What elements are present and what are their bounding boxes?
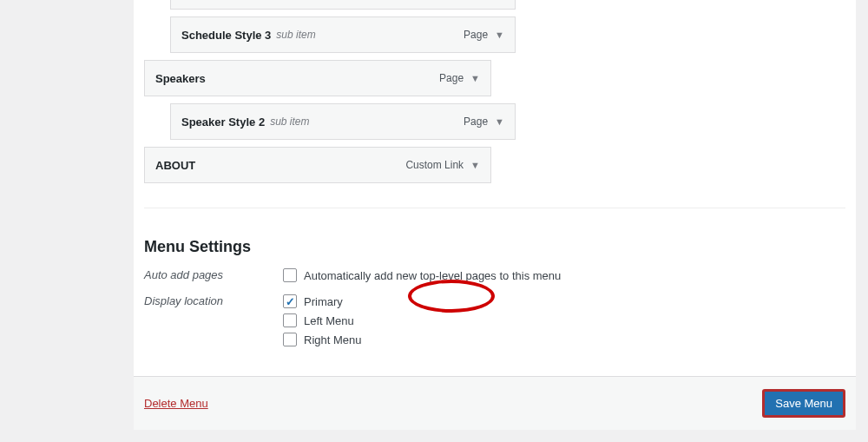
checkbox-icon[interactable] xyxy=(283,294,297,308)
caret-down-icon[interactable]: ▼ xyxy=(495,116,504,127)
menu-items-area: Schedule Style 3 sub item Page ▼ Speaker… xyxy=(134,0,856,222)
menu-item[interactable]: Speaker Style 2 sub item Page ▼ xyxy=(170,103,516,140)
menu-item-title: Schedule Style 3 xyxy=(181,29,271,42)
checkbox-label: Right Menu xyxy=(304,333,361,346)
menu-item-clipped[interactable] xyxy=(170,0,516,10)
menu-item[interactable]: Speakers Page ▼ xyxy=(144,60,491,96)
checkbox-left-menu[interactable]: Left Menu xyxy=(283,313,845,327)
menu-item-title: Speakers xyxy=(155,72,206,85)
menu-item-type: Page xyxy=(439,72,464,84)
setting-options: Automatically add new top-level pages to… xyxy=(283,268,845,287)
caret-down-icon[interactable]: ▼ xyxy=(495,30,504,40)
setting-row-display-location: Display location Primary Left Menu Right… xyxy=(144,294,845,352)
checkbox-icon[interactable] xyxy=(283,333,297,346)
caret-down-icon[interactable]: ▼ xyxy=(470,160,480,170)
menu-item-type-group: Page ▼ xyxy=(439,72,480,84)
checkbox-label: Primary xyxy=(304,295,343,308)
menu-item-sub: sub item xyxy=(276,29,315,41)
menu-item-type-group: Page ▼ xyxy=(464,115,504,128)
menu-footer: Delete Menu Save Menu xyxy=(134,376,856,430)
checkbox-label: Automatically add new top-level pages to… xyxy=(304,269,561,282)
checkbox-icon[interactable] xyxy=(283,268,297,282)
setting-options: Primary Left Menu Right Menu xyxy=(283,294,845,352)
divider xyxy=(144,208,845,208)
menu-item[interactable]: Schedule Style 3 sub item Page ▼ xyxy=(170,16,516,53)
menu-item-type-group: Custom Link ▼ xyxy=(405,159,480,171)
checkbox-label: Left Menu xyxy=(304,314,354,327)
save-menu-button[interactable]: Save Menu xyxy=(762,389,845,418)
menu-item-sub: sub item xyxy=(270,115,309,128)
menu-settings-heading: Menu Settings xyxy=(144,238,845,256)
menu-item-type: Page xyxy=(464,29,488,41)
setting-label: Auto add pages xyxy=(144,268,283,281)
menu-item-title: ABOUT xyxy=(155,159,195,172)
caret-down-icon[interactable]: ▼ xyxy=(470,73,480,83)
delete-menu-link[interactable]: Delete Menu xyxy=(144,397,208,410)
menu-settings-section: Menu Settings Auto add pages Automatical… xyxy=(134,222,856,376)
menu-item-type: Custom Link xyxy=(405,159,464,171)
checkbox-primary[interactable]: Primary xyxy=(283,294,845,308)
menu-item-type: Page xyxy=(464,115,488,128)
checkbox-right-menu[interactable]: Right Menu xyxy=(283,333,845,346)
menu-item[interactable]: ABOUT Custom Link ▼ xyxy=(144,147,491,183)
menu-editor-panel: Schedule Style 3 sub item Page ▼ Speaker… xyxy=(134,0,856,430)
menu-item-type-group: Page ▼ xyxy=(464,29,504,41)
checkbox-auto-add[interactable]: Automatically add new top-level pages to… xyxy=(283,268,845,282)
setting-row-auto-add: Auto add pages Automatically add new top… xyxy=(144,268,845,287)
checkbox-icon[interactable] xyxy=(283,313,297,327)
menu-item-title: Speaker Style 2 xyxy=(181,115,265,129)
setting-label: Display location xyxy=(144,294,283,307)
